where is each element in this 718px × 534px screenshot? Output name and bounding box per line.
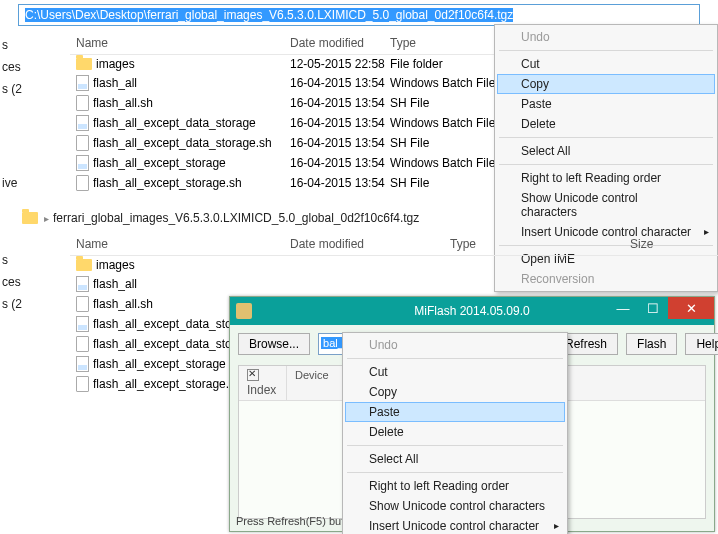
menu-item-paste[interactable]: Paste [345, 402, 565, 422]
chevron-right-icon: ▸ [554, 520, 559, 531]
folder-icon [76, 259, 92, 271]
menu-item-paste[interactable]: Paste [497, 94, 715, 114]
batch-file-icon [76, 356, 89, 372]
file-name: flash_all [93, 277, 137, 291]
batch-file-icon [76, 75, 89, 91]
file-name: flash_all.sh [93, 297, 153, 311]
file-date: 16-04-2015 13:54 [290, 176, 390, 190]
col-header-date[interactable]: Date modified [290, 237, 450, 251]
window-buttons: — ☐ ✕ [608, 297, 714, 319]
file-date: 12-05-2015 22:58 [290, 57, 390, 71]
context-menu-paste: UndoCutCopyPasteDeleteSelect AllRight to… [342, 332, 568, 534]
menu-separator [499, 50, 713, 51]
flash-button[interactable]: Flash [626, 333, 677, 355]
folder-icon [76, 58, 92, 70]
file-icon [76, 336, 89, 352]
help-button[interactable]: Help [685, 333, 718, 355]
file-date: 16-04-2015 13:54 [290, 116, 390, 130]
file-name: flash_all_except_storage [93, 156, 226, 170]
menu-item-cut[interactable]: Cut [497, 54, 715, 74]
file-icon [76, 95, 89, 111]
file-icon [76, 135, 89, 151]
file-icon [76, 296, 89, 312]
menu-separator [347, 445, 563, 446]
sidebar-stub: s ces s (2) [0, 249, 22, 315]
menu-separator [347, 472, 563, 473]
batch-file-icon [76, 115, 89, 131]
menu-item-select-all[interactable]: Select All [345, 449, 565, 469]
menu-item-undo: Undo [497, 27, 715, 47]
maximize-button[interactable]: ☐ [638, 297, 668, 319]
menu-item-delete[interactable]: Delete [497, 114, 715, 134]
file-list-header: Name Date modified Type Size [70, 231, 718, 256]
batch-file-icon [76, 155, 89, 171]
menu-item-copy[interactable]: Copy [345, 382, 565, 402]
menu-item-show-unicode-control-characters[interactable]: Show Unicode control characters [345, 496, 565, 516]
file-name: flash_all [93, 76, 137, 90]
col-header-name[interactable]: Name [70, 237, 290, 251]
file-date: 16-04-2015 13:54 [290, 156, 390, 170]
file-date: 16-04-2015 13:54 [290, 136, 390, 150]
address-text: C:\Users\Dex\Desktop\ferrari_global_imag… [25, 8, 513, 22]
menu-item-select-all[interactable]: Select All [497, 141, 715, 161]
file-date: 16-04-2015 13:54 [290, 76, 390, 90]
menu-item-copy[interactable]: Copy [497, 74, 715, 94]
window-title: MiFlash 2014.05.09.0 [414, 304, 529, 318]
file-name: flash_all_except_storage.sh [93, 176, 242, 190]
file-name: flash_all_except_storage [93, 357, 226, 371]
minimize-button[interactable]: — [608, 297, 638, 319]
batch-file-icon [76, 316, 89, 332]
grid-col-checkbox[interactable]: Index [239, 366, 287, 400]
file-row[interactable]: images [70, 256, 718, 274]
file-row[interactable]: flash_all [70, 274, 718, 294]
menu-item-cut[interactable]: Cut [345, 362, 565, 382]
app-icon [236, 303, 252, 319]
close-button[interactable]: ✕ [668, 297, 714, 319]
batch-file-icon [76, 276, 89, 292]
col-header-name[interactable]: Name [70, 36, 290, 50]
file-icon [76, 175, 89, 191]
sidebar-stub: s ces s (2) ive [0, 34, 22, 194]
file-date: 16-04-2015 13:54 [290, 96, 390, 110]
file-name: flash_all_except_data_storage.sh [93, 136, 272, 150]
col-header-type[interactable]: Type [450, 237, 630, 251]
col-header-size[interactable]: Size [630, 237, 690, 251]
file-name: images [96, 258, 135, 272]
breadcrumb-segment[interactable]: ferrari_global_images_V6.5.3.0.LXIMICD_5… [53, 211, 419, 225]
file-name: flash_all_except_storage.sh [93, 377, 242, 391]
menu-item-right-to-left-reading-order[interactable]: Right to left Reading order [345, 476, 565, 496]
address-bar[interactable]: C:\Users\Dex\Desktop\ferrari_global_imag… [18, 4, 700, 26]
breadcrumb[interactable]: ▸ ferrari_global_images_V6.5.3.0.LXIMICD… [0, 205, 718, 231]
menu-item-undo: Undo [345, 335, 565, 355]
grid-col-device[interactable]: Device [287, 366, 347, 400]
checkbox-icon[interactable] [247, 369, 259, 381]
col-header-date[interactable]: Date modified [290, 36, 390, 50]
menu-separator [499, 164, 713, 165]
browse-button[interactable]: Browse... [238, 333, 310, 355]
miflash-titlebar[interactable]: MiFlash 2014.05.09.0 — ☐ ✕ [230, 297, 714, 325]
file-icon [76, 376, 89, 392]
menu-item-insert-unicode-control-character[interactable]: Insert Unicode control character▸ [345, 516, 565, 534]
menu-separator [347, 358, 563, 359]
menu-item-right-to-left-reading-order[interactable]: Right to left Reading order [497, 168, 715, 188]
folder-icon [22, 212, 38, 224]
file-name: images [96, 57, 135, 71]
menu-item-delete[interactable]: Delete [345, 422, 565, 442]
chevron-right-icon: ▸ [44, 213, 49, 224]
menu-separator [499, 137, 713, 138]
file-name: flash_all_except_data_storage [93, 116, 256, 130]
file-name: flash_all.sh [93, 96, 153, 110]
